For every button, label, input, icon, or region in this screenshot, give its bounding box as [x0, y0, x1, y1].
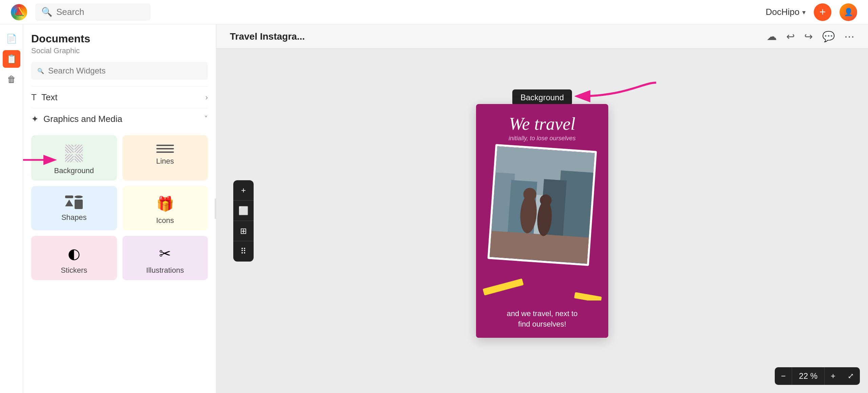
pages-icon: 📋 [6, 54, 17, 64]
search-bar[interactable]: 🔍 [35, 3, 151, 21]
main-layout: 📄 📋 🗑 Documents Social Graphic 🔍 T Text … [0, 24, 868, 393]
widget-search-bar[interactable]: 🔍 [31, 62, 208, 80]
design-card[interactable]: We travel initially, to lose ourselves [476, 104, 608, 338]
sidebar-item-document[interactable]: 📄 [3, 30, 20, 47]
zoom-fit-button[interactable]: ⤢ [842, 368, 860, 385]
chevron-down-icon: ▾ [802, 8, 806, 16]
design-title: We travel [502, 104, 582, 133]
add-new-button[interactable]: + [814, 3, 831, 21]
icons-label: Icons [156, 216, 174, 225]
illustrations-widget[interactable]: ✂ Illustrations [122, 236, 208, 280]
logo-icon[interactable] [11, 4, 27, 20]
more-options-icon[interactable]: ⋯ [844, 30, 854, 42]
canvas-toolbar: + ⬜ ⊞ ⠿ [233, 180, 254, 262]
search-input[interactable] [56, 7, 144, 17]
shapes-label: Shapes [61, 213, 87, 222]
redo-icon[interactable]: ↪ [804, 30, 813, 42]
arrow-1 [575, 76, 659, 103]
graphics-section-label: Graphics and Media [43, 114, 122, 124]
illustrations-label: Illustrations [146, 266, 184, 275]
design-photo [488, 144, 597, 266]
arrow-2 [23, 150, 60, 170]
topbar: 🔍 DocHipo ▾ + 👤 [0, 0, 868, 24]
frame-toolbar-btn[interactable]: ⬜ [233, 201, 254, 221]
cloud-save-icon[interactable]: ☁ [767, 30, 777, 42]
shapes-widget[interactable]: Shapes [31, 186, 117, 230]
sidebar-item-pages[interactable]: 📋 [3, 50, 20, 68]
yellow-brush-1 [482, 278, 524, 295]
lines-widget[interactable]: Lines [122, 135, 208, 181]
illustrations-icon: ✂ [159, 245, 171, 262]
icons-widget[interactable]: 🎁 Icons [122, 186, 208, 230]
design-bottom-line2: find ourselves! [481, 319, 603, 330]
search-icon: 🔍 [41, 7, 52, 17]
add-toolbar-btn[interactable]: + [233, 180, 254, 201]
lines-label: Lines [156, 157, 174, 166]
search-icon: 🔍 [37, 68, 44, 74]
stickers-widget[interactable]: ◐ Stickers [31, 236, 117, 280]
graphics-icon: ✦ [31, 114, 39, 124]
shapes-icon [65, 195, 83, 209]
canvas-title: Travel Instagra... [230, 31, 305, 42]
icon-bar: 📄 📋 🗑 [0, 24, 23, 393]
document-icon: 📄 [6, 34, 17, 44]
canvas-area: Travel Instagra... ☁ ↩ ↪ 💬 ⋯ + ⬜ ⊞ ⠿ Bac… [216, 24, 868, 393]
zoom-out-button[interactable]: − [775, 367, 792, 385]
text-section[interactable]: T Text › [31, 86, 208, 108]
avatar[interactable]: 👤 [840, 3, 857, 21]
dochipo-button[interactable]: DocHipo ▾ [766, 7, 806, 17]
topbar-right: DocHipo ▾ + 👤 [766, 3, 857, 21]
widget-search-input[interactable] [48, 66, 202, 76]
background-tooltip-group: Background [533, 69, 551, 87]
sidebar-item-trash[interactable]: 🗑 [3, 70, 20, 88]
sidebar-subtitle: Social Graphic [31, 46, 208, 55]
design-subtitle: initially, to lose ourselves [509, 135, 576, 142]
chevron-right-icon: › [205, 93, 208, 102]
lines-icon [156, 145, 174, 153]
trash-icon: 🗑 [7, 74, 16, 85]
design-bottom-line1: and we travel, next to [481, 309, 603, 319]
zoom-level: 22 % [792, 367, 825, 385]
icons-icon: 🎁 [156, 195, 174, 212]
chevron-down-icon: ˅ [204, 115, 208, 124]
canvas-header: Travel Instagra... ☁ ↩ ↪ 💬 ⋯ [216, 24, 868, 49]
qr-toolbar-btn[interactable]: ⠿ [233, 241, 254, 262]
text-icon: T [31, 92, 37, 103]
canvas-body: + ⬜ ⊞ ⠿ Background We travel initially, … [216, 49, 868, 393]
zoom-bar: − 22 % + ⤢ [775, 367, 860, 385]
grid-toolbar-btn[interactable]: ⊞ [233, 221, 254, 241]
sidebar: Documents Social Graphic 🔍 T Text › ✦ Gr… [23, 24, 216, 393]
undo-icon[interactable]: ↩ [786, 30, 795, 42]
background-icon [65, 145, 83, 162]
design-bottom-text: and we travel, next to find ourselves! [476, 301, 608, 338]
text-section-label: Text [41, 92, 58, 103]
dochipo-label: DocHipo [766, 7, 800, 17]
stickers-label: Stickers [61, 266, 87, 275]
background-tooltip: Background [512, 89, 572, 106]
sidebar-title: Documents [31, 33, 208, 45]
stickers-icon: ◐ [68, 245, 80, 262]
zoom-in-button[interactable]: + [825, 367, 842, 385]
graphics-section[interactable]: ✦ Graphics and Media ˅ [31, 108, 208, 130]
comment-icon[interactable]: 💬 [822, 30, 835, 42]
